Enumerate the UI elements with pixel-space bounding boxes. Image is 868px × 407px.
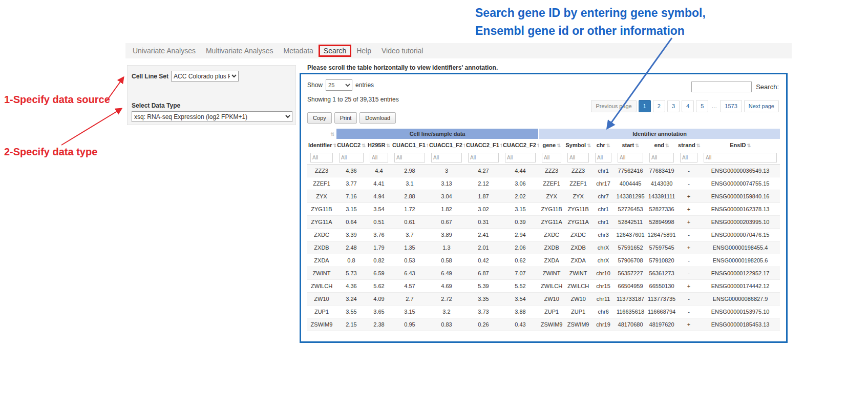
- cell: 113733187: [615, 293, 646, 306]
- column-filter-input-symbol[interactable]: [567, 153, 589, 162]
- cell: 2.12: [465, 177, 502, 190]
- cell: 0.58: [428, 254, 465, 267]
- cell: ZWILCH: [307, 280, 336, 293]
- cell: 6.87: [465, 267, 502, 280]
- cell: 2.02: [502, 190, 539, 203]
- column-header-cuacc1_f1[interactable]: CUACC1_F1⇅: [391, 139, 428, 151]
- cell: +: [677, 280, 701, 293]
- nav-video-tutorial[interactable]: Video tutorial: [376, 45, 428, 57]
- column-header-cuacc2_f1[interactable]: CUACC2_F1⇅: [465, 139, 502, 151]
- cell: chr10: [592, 267, 615, 280]
- page-length-select[interactable]: 25: [326, 79, 352, 91]
- column-header-gene[interactable]: gene⇅: [539, 139, 564, 151]
- column-header-h295r[interactable]: H295R⇅: [367, 139, 391, 151]
- sort-icon: ⇅: [427, 143, 428, 148]
- column-filter-input-strand[interactable]: [680, 153, 697, 162]
- print-button[interactable]: Print: [334, 112, 357, 124]
- group-header-cell-line-data: Cell line/sample data: [336, 129, 539, 139]
- sort-icon: ⇅: [587, 143, 591, 148]
- cell: 2.01: [465, 241, 502, 254]
- column-filter-input-cuacc2_f1[interactable]: [468, 153, 499, 162]
- cell: ZYG11A: [539, 216, 564, 229]
- sort-icon: ⇅: [537, 143, 539, 148]
- previous-page-button[interactable]: Previous page: [591, 100, 636, 112]
- column-header-end[interactable]: end⇅: [646, 139, 677, 151]
- nav-search[interactable]: Search: [319, 45, 351, 57]
- cell: +: [677, 216, 701, 229]
- download-button[interactable]: Download: [359, 112, 396, 124]
- column-header-start[interactable]: start⇅: [615, 139, 646, 151]
- column-filter-input-cuacc1_f1[interactable]: [394, 153, 425, 162]
- column-header-cuacc2_f2[interactable]: CUACC2_F2⇅: [502, 139, 539, 151]
- column-header-cuacc1_f2[interactable]: CUACC1_F2⇅: [428, 139, 465, 151]
- column-filter-input-ensid[interactable]: [704, 153, 777, 162]
- column-header-ensid[interactable]: EnsID⇅: [701, 139, 780, 151]
- page-button-2[interactable]: 2: [653, 100, 665, 112]
- column-filter-input-h295r[interactable]: [370, 153, 388, 162]
- page-button-1573[interactable]: 1573: [720, 100, 742, 112]
- table-row: ZYX7.164.942.883.041.872.02ZYXZYXchr7143…: [307, 190, 780, 203]
- cell: ZYG11A: [564, 216, 592, 229]
- column-filter-input-start[interactable]: [618, 153, 643, 162]
- column-header-strand[interactable]: strand⇅: [677, 139, 701, 151]
- cell: 0.39: [502, 216, 539, 229]
- column-header-chr[interactable]: chr⇅: [592, 139, 615, 151]
- cell: ZUP1: [307, 306, 336, 318]
- cell-line-set-select[interactable]: ACC Colorado plus PDX: [171, 71, 239, 82]
- column-header-symbol[interactable]: Symbol⇅: [564, 139, 592, 151]
- cell: ZZZ3: [539, 165, 564, 177]
- table-row: ZYG11B3.153.541.721.823.023.15ZYG11BZYG1…: [307, 203, 780, 216]
- data-type-select[interactable]: xsq: RNA-seq Expression (log2 FPKM+1): [132, 111, 292, 122]
- sort-icon: ⇅: [362, 143, 366, 148]
- page-button-1[interactable]: 1: [639, 100, 651, 112]
- next-page-button[interactable]: Next page: [744, 100, 779, 112]
- column-filter-input-end[interactable]: [649, 153, 674, 162]
- table-row: ZSWIM92.152.380.950.830.260.43ZSWIM9ZSWI…: [307, 318, 780, 331]
- cell: 113773735: [646, 293, 677, 306]
- cell: 143381295: [615, 190, 646, 203]
- cell: 4.09: [367, 293, 391, 306]
- column-filter-input-identifier[interactable]: [310, 153, 333, 162]
- column-filter-input-cuacc2_f2[interactable]: [505, 153, 536, 162]
- cell: 3.65: [367, 306, 391, 318]
- cell: 116635618: [615, 306, 646, 318]
- cell: 126437601: [615, 229, 646, 241]
- cell: 2.72: [428, 293, 465, 306]
- table-search-input[interactable]: [691, 82, 752, 92]
- cell: ZWILCH: [564, 280, 592, 293]
- column-header-cuacc2[interactable]: CUACC2⇅: [336, 139, 367, 151]
- page-button-5[interactable]: 5: [696, 100, 708, 112]
- column-filter-input-gene[interactable]: [542, 153, 561, 162]
- nav-univariate-analyses[interactable]: Univariate Analyses: [128, 45, 201, 57]
- page-button-4[interactable]: 4: [682, 100, 694, 112]
- copy-button[interactable]: Copy: [307, 112, 332, 124]
- cell: chrX: [592, 241, 615, 254]
- cell: ZXDA: [564, 254, 592, 267]
- column-header-identifier[interactable]: Identifier⇅: [307, 139, 336, 151]
- cell: 6.59: [367, 267, 391, 280]
- nav-multivariate-analyses[interactable]: Multivariate Analyses: [201, 45, 279, 57]
- column-filter-input-chr[interactable]: [595, 153, 611, 162]
- cell: 3.13: [428, 177, 465, 190]
- cell: 4.36: [336, 280, 367, 293]
- page-button-3[interactable]: 3: [667, 100, 680, 112]
- cell: chr3: [592, 229, 615, 241]
- cell: 5.52: [502, 280, 539, 293]
- cell: ZXDC: [564, 229, 592, 241]
- column-filter-input-cuacc2[interactable]: [339, 153, 364, 162]
- nav-help[interactable]: Help: [351, 45, 376, 57]
- nav-metadata[interactable]: Metadata: [278, 45, 318, 57]
- cell: ZWILCH: [539, 280, 564, 293]
- cell: 4.57: [391, 280, 428, 293]
- cell: 6.49: [428, 267, 465, 280]
- cell: ENSG00000036549.13: [701, 165, 780, 177]
- cell: ZYG11A: [307, 216, 336, 229]
- column-filter-input-cuacc1_f2[interactable]: [431, 153, 462, 162]
- cell: 3.15: [391, 306, 428, 318]
- cell: ZSWIM9: [564, 318, 592, 331]
- cell: 2.98: [391, 165, 428, 177]
- scroll-hint-text: Please scroll the table horizontally to …: [307, 64, 498, 71]
- cell: 0.82: [367, 254, 391, 267]
- cell: +: [677, 241, 701, 254]
- cell: ZW10: [564, 293, 592, 306]
